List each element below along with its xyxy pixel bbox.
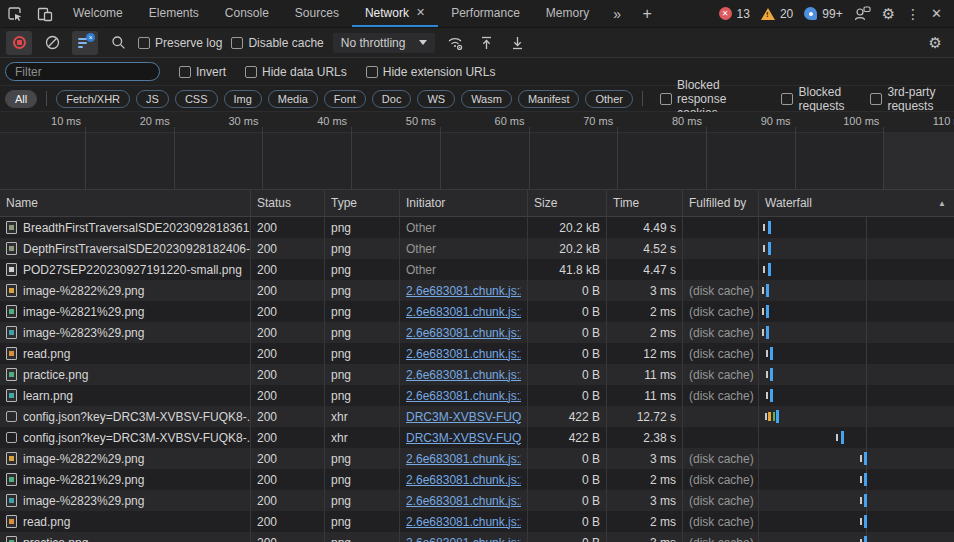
table-row[interactable]: image-%2821%29.png200png2.6e683081.chunk… xyxy=(0,469,954,490)
initiator-link[interactable]: 2.6e683081.chunk.js:2 xyxy=(406,452,521,466)
filter-chip-font[interactable]: Font xyxy=(324,90,366,108)
inspect-element-icon[interactable] xyxy=(0,0,30,27)
column-header-waterfall[interactable]: Waterfall▲ xyxy=(759,190,954,216)
initiator-link[interactable]: 2.6e683081.chunk.js:2 xyxy=(406,326,521,340)
image-file-icon xyxy=(6,515,17,528)
hide-data-urls-checkbox[interactable]: Hide data URLs xyxy=(245,65,347,79)
filter-chip-js[interactable]: JS xyxy=(136,90,169,108)
filter-chip-manifest[interactable]: Manifest xyxy=(518,90,580,108)
close-tab-icon[interactable]: ✕ xyxy=(416,6,425,19)
table-row[interactable]: config.json?key=DRC3M-XVBSV-FUQK8-...200… xyxy=(0,427,954,448)
initiator-link[interactable]: 2.6e683081.chunk.js:2 xyxy=(406,473,521,487)
initiator-link[interactable]: 2.6e683081.chunk.js:2 xyxy=(406,368,521,382)
tab-sources[interactable]: Sources xyxy=(282,0,352,27)
time-cell: 2 ms xyxy=(607,469,683,490)
filter-chip-all[interactable]: All xyxy=(5,90,37,108)
more-options-kebab-icon[interactable]: ⋮ xyxy=(906,6,920,22)
more-tabs-button[interactable]: » xyxy=(602,0,632,27)
column-header-status[interactable]: Status xyxy=(251,190,325,216)
waterfall-wait-tick xyxy=(762,329,764,336)
tab-console[interactable]: Console xyxy=(212,0,282,27)
initiator-link[interactable]: DRC3M-XVBSV-FUQ... xyxy=(406,410,521,424)
filter-chip-other[interactable]: Other xyxy=(585,90,633,108)
feedback-count-badge[interactable]: 99+ xyxy=(804,7,842,21)
initiator-link[interactable]: DRC3M-XVBSV-FUQ... xyxy=(406,431,521,445)
search-button[interactable] xyxy=(107,31,129,55)
invert-checkbox[interactable]: Invert xyxy=(179,65,226,79)
column-header-size[interactable]: Size xyxy=(528,190,607,216)
table-row[interactable]: image-%2823%29.png200png2.6e683081.chunk… xyxy=(0,490,954,511)
type-cell: png xyxy=(325,448,400,469)
table-row[interactable]: learn.png200png2.6e683081.chunk.js:20 B1… xyxy=(0,385,954,406)
close-devtools-icon[interactable]: ✕ xyxy=(931,6,942,21)
preserve-log-checkbox[interactable]: Preserve log xyxy=(138,36,222,50)
tab-performance[interactable]: Performance xyxy=(438,0,533,27)
filter-chip-img[interactable]: Img xyxy=(224,90,262,108)
initiator-link[interactable]: 2.6e683081.chunk.js:2 xyxy=(406,515,521,529)
warning-badge[interactable]: ! 20 xyxy=(761,7,793,21)
table-row[interactable]: image-%2822%29.png200png2.6e683081.chunk… xyxy=(0,280,954,301)
filter-chip-media[interactable]: Media xyxy=(268,90,318,108)
export-har-icon[interactable] xyxy=(506,31,528,55)
initiator-link[interactable]: 2.6e683081.chunk.js:2 xyxy=(406,389,521,403)
table-row[interactable]: BreadthFirstTraversalSDE2023092818361...… xyxy=(0,217,954,238)
tab-elements[interactable]: Elements xyxy=(136,0,212,27)
filter-chip-fetch-xhr[interactable]: Fetch/XHR xyxy=(56,90,130,108)
column-header-initiator[interactable]: Initiator xyxy=(400,190,528,216)
table-row[interactable]: config.json?key=DRC3M-XVBSV-FUQK8-...200… xyxy=(0,406,954,427)
3rd-party-requests-checkbox[interactable]: 3rd-party requests xyxy=(870,85,949,113)
initiator-link[interactable]: 2.6e683081.chunk.js:2 xyxy=(406,305,521,319)
column-header-label: Time xyxy=(613,196,639,210)
table-row[interactable]: practice.png200png2.6e683081.chunk.js:20… xyxy=(0,532,954,542)
filter-chip-ws[interactable]: WS xyxy=(417,90,455,108)
initiator-link[interactable]: 2.6e683081.chunk.js:2 xyxy=(406,347,521,361)
table-row[interactable]: image-%2822%29.png200png2.6e683081.chunk… xyxy=(0,448,954,469)
device-toolbar-icon[interactable] xyxy=(30,0,60,27)
table-row[interactable]: DepthFirstTraversalSDE20230928182406-...… xyxy=(0,238,954,259)
hide-extension-urls-checkbox[interactable]: Hide extension URLs xyxy=(366,65,496,79)
column-header-type[interactable]: Type xyxy=(325,190,400,216)
filter-toggle-button[interactable]: × xyxy=(72,31,98,55)
send-feedback-icon[interactable] xyxy=(854,6,871,21)
table-row[interactable]: read.png200png2.6e683081.chunk.js:20 B2 … xyxy=(0,511,954,532)
throttling-select[interactable]: No throttling xyxy=(333,33,436,53)
name-cell: config.json?key=DRC3M-XVBSV-FUQK8-... xyxy=(0,427,251,448)
waterfall-wait-tick xyxy=(860,518,862,525)
network-overview-timeline[interactable]: 10 ms20 ms30 ms40 ms50 ms60 ms70 ms80 ms… xyxy=(0,112,954,190)
table-row[interactable]: POD27SEP220230927191220-small.png200pngO… xyxy=(0,259,954,280)
network-settings-gear-icon[interactable]: ⚙ xyxy=(929,34,948,52)
table-row[interactable]: practice.png200png2.6e683081.chunk.js:20… xyxy=(0,364,954,385)
overview-highlight xyxy=(883,132,954,189)
name-cell: image-%2821%29.png xyxy=(0,301,251,322)
column-header-name[interactable]: Name xyxy=(0,190,251,216)
filter-chip-css[interactable]: CSS xyxy=(175,90,218,108)
initiator-link[interactable]: 2.6e683081.chunk.js:2 xyxy=(406,536,521,542)
table-row[interactable]: read.png200png2.6e683081.chunk.js:20 B12… xyxy=(0,343,954,364)
blocked-requests-checkbox[interactable]: Blocked requests xyxy=(781,85,856,113)
initiator-link[interactable]: 2.6e683081.chunk.js:2 xyxy=(406,494,521,508)
type-cell: xhr xyxy=(325,427,400,448)
initiator-link[interactable]: 2.6e683081.chunk.js:2 xyxy=(406,284,521,298)
filter-chip-doc[interactable]: Doc xyxy=(372,90,412,108)
error-badge[interactable]: ✕ 13 xyxy=(719,7,750,21)
tab-network[interactable]: Network✕ xyxy=(352,0,438,27)
column-header-time[interactable]: Time xyxy=(607,190,683,216)
record-network-log-button[interactable] xyxy=(6,31,32,55)
disable-cache-checkbox[interactable]: Disable cache xyxy=(231,36,323,50)
name-cell: config.json?key=DRC3M-XVBSV-FUQK8-... xyxy=(0,406,251,427)
filter-chip-wasm[interactable]: Wasm xyxy=(461,90,512,108)
add-tab-button[interactable]: + xyxy=(632,0,662,27)
name-cell: read.png xyxy=(0,343,251,364)
column-header-fulfilled-by[interactable]: Fulfilled by xyxy=(683,190,759,216)
tab-welcome[interactable]: Welcome xyxy=(60,0,136,27)
table-row[interactable]: image-%2821%29.png200png2.6e683081.chunk… xyxy=(0,301,954,322)
import-har-icon[interactable] xyxy=(475,31,497,55)
clear-network-log-button[interactable] xyxy=(41,31,63,55)
image-file-icon xyxy=(6,284,17,297)
table-row[interactable]: image-%2823%29.png200png2.6e683081.chunk… xyxy=(0,322,954,343)
settings-gear-icon[interactable]: ⚙ xyxy=(882,5,895,23)
network-conditions-button[interactable] xyxy=(444,31,466,55)
filter-input[interactable] xyxy=(5,62,160,81)
fulfilled-by-cell xyxy=(683,259,759,280)
tab-memory[interactable]: Memory xyxy=(533,0,602,27)
